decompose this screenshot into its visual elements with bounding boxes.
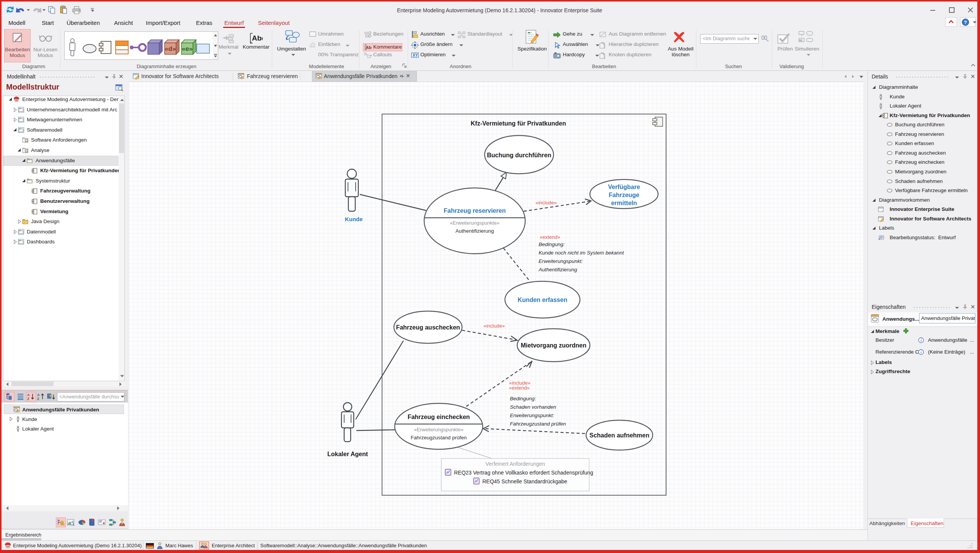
svg-text:A: A bbox=[37, 393, 40, 397]
svg-text:«include»: «include» bbox=[483, 323, 505, 329]
svg-text:Fahrzeuge: Fahrzeuge bbox=[609, 192, 639, 198]
svg-text:Kunde: Kunde bbox=[345, 216, 363, 222]
svg-text:«Erweiterungspunkte»: «Erweiterungspunkte» bbox=[414, 427, 463, 432]
svg-text:Verfeinert Anforderungen: Verfeinert Anforderungen bbox=[485, 461, 545, 467]
svg-text:Erweiterungspunkt:: Erweiterungspunkt: bbox=[539, 258, 583, 264]
svg-text:Abc: Abc bbox=[252, 34, 263, 42]
svg-text:Fahrzeugzustand prüfen: Fahrzeugzustand prüfen bbox=[411, 435, 467, 440]
svg-text:«d»: «d» bbox=[165, 45, 176, 52]
svg-text:REQ45 Schnelle Standardrückgab: REQ45 Schnelle Standardrückgabe bbox=[482, 478, 567, 484]
svg-text:A: A bbox=[27, 393, 30, 397]
svg-text:Authentifizierung: Authentifizierung bbox=[538, 267, 577, 272]
svg-text:Buchung durchführen: Buchung durchführen bbox=[487, 152, 551, 158]
svg-text:Mietvorgang zuordnen: Mietvorgang zuordnen bbox=[521, 342, 586, 349]
svg-text:Verfügbare: Verfügbare bbox=[608, 184, 640, 190]
svg-text:«extend»: «extend» bbox=[509, 385, 530, 391]
svg-text:Abc: Abc bbox=[366, 45, 372, 50]
svg-text:Schaden vorhanden: Schaden vorhanden bbox=[510, 404, 556, 410]
svg-text:ermitteln: ermitteln bbox=[611, 200, 637, 206]
svg-text:«extend»: «extend» bbox=[540, 234, 560, 240]
svg-text:XY: XY bbox=[413, 53, 418, 57]
svg-text:Kfz-Vermietung für Privatkunde: Kfz-Vermietung für Privatkunden bbox=[471, 120, 566, 127]
svg-text:Fahrzeug auschecken: Fahrzeug auschecken bbox=[396, 324, 460, 331]
svg-text:«e»: «e» bbox=[182, 45, 193, 52]
svg-text:«Erweiterungspunkte»: «Erweiterungspunkte» bbox=[450, 220, 499, 226]
svg-text:Fahrzeugzustand prüfen: Fahrzeugzustand prüfen bbox=[510, 421, 566, 427]
svg-text:Lokaler Agent: Lokaler Agent bbox=[327, 451, 368, 457]
svg-text:Kunde noch nicht im System bek: Kunde noch nicht im System bekannt bbox=[539, 250, 624, 256]
svg-text:Z: Z bbox=[37, 397, 39, 401]
svg-text:«include»: «include» bbox=[536, 200, 557, 206]
svg-text:Schaden aufnehmen: Schaden aufnehmen bbox=[590, 432, 649, 439]
svg-text:Bedingung:: Bedingung: bbox=[539, 241, 565, 247]
svg-text:Z: Z bbox=[27, 397, 29, 401]
svg-text:Erweiterungspunkt:: Erweiterungspunkt: bbox=[510, 413, 554, 418]
svg-text:?: ? bbox=[964, 20, 967, 25]
svg-text:Kunden erfassen: Kunden erfassen bbox=[518, 297, 567, 303]
svg-text:Fahrzeug einchecken: Fahrzeug einchecken bbox=[408, 414, 470, 420]
svg-text:Authentifizierung: Authentifizierung bbox=[456, 228, 494, 234]
svg-text:Fahrzeug reservieren: Fahrzeug reservieren bbox=[444, 207, 506, 214]
svg-text:Bedingung:: Bedingung: bbox=[510, 396, 536, 401]
svg-text:REQ23 Vertrag ohne Vollkasko e: REQ23 Vertrag ohne Vollkasko erfordert S… bbox=[454, 470, 593, 476]
